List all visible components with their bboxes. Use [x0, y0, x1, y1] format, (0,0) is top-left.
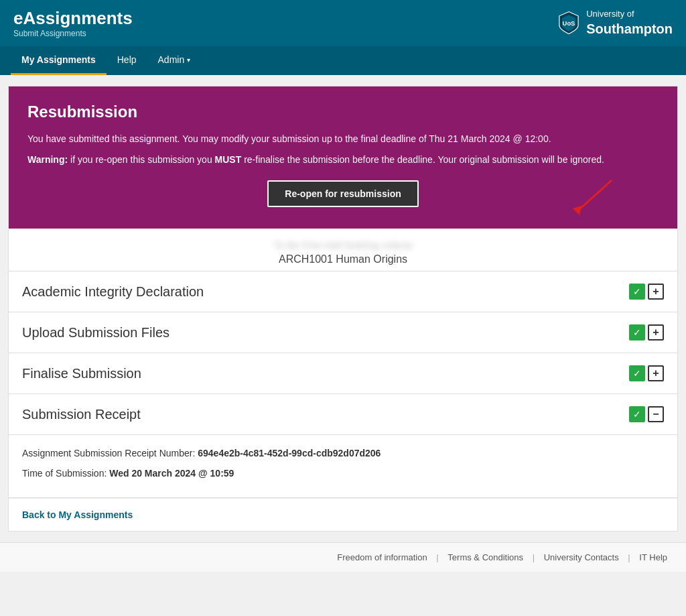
check-icon-upload-files: ✓: [629, 324, 645, 341]
back-to-assignments-link[interactable]: Back to My Assignments: [22, 509, 133, 520]
reopen-button-wrap: Re-open for resubmission: [27, 180, 659, 207]
reopen-resubmission-button[interactable]: Re-open for resubmission: [267, 180, 418, 207]
section-submission-receipt[interactable]: Submission Receipt ✓ −: [9, 394, 677, 435]
nav-help[interactable]: Help: [107, 46, 147, 75]
header-branding: eAssignments Submit Assignments: [13, 8, 133, 38]
expand-icon-academic-integrity[interactable]: +: [648, 284, 664, 300]
section-label-academic-integrity: Academic Integrity Declaration: [22, 284, 204, 300]
section-label-upload-files: Upload Submission Files: [22, 325, 169, 341]
nav-my-assignments[interactable]: My Assignments: [11, 46, 107, 75]
resubmission-warning-text: Warning: if you re-open this submission …: [27, 153, 659, 167]
footer-sep-2: |: [533, 552, 535, 562]
nav-admin[interactable]: Admin ▾: [147, 46, 202, 75]
section-upload-files[interactable]: Upload Submission Files ✓ +: [9, 312, 677, 353]
resubmission-info-text: You have submitted this assignment. You …: [27, 132, 659, 146]
footer-sep-3: |: [628, 552, 630, 562]
section-finalise-submission[interactable]: Finalise Submission ✓ +: [9, 353, 677, 394]
warning-text-after: re-finalise the submission before the de…: [244, 154, 604, 165]
section-icons-academic-integrity: ✓ +: [629, 284, 664, 300]
receipt-number-line: Assignment Submission Receipt Number: 69…: [22, 446, 664, 460]
svg-line-1: [578, 180, 612, 210]
assignment-info: To Be Fine Add Nothing criteria ARCH1001…: [9, 229, 677, 271]
footer-freedom-of-information[interactable]: Freedom of information: [337, 552, 427, 562]
footer-university-contacts[interactable]: University Contacts: [544, 552, 619, 562]
receipt-number-label: Assignment Submission Receipt Number:: [22, 448, 195, 458]
receipt-number-value: 694e4e2b-4c81-452d-99cd-cdb92d07d206: [198, 448, 381, 458]
footer-it-help[interactable]: IT Help: [639, 552, 667, 562]
warning-label: Warning:: [27, 154, 68, 165]
site-header: eAssignments Submit Assignments UoS Univ…: [0, 0, 686, 46]
blurred-assignment-text: To Be Fine Add Nothing criteria: [22, 239, 664, 251]
back-link-wrap: Back to My Assignments: [9, 498, 677, 531]
receipt-time-line: Time of Submission: Wed 20 March 2024 @ …: [22, 466, 664, 481]
footer-terms-conditions[interactable]: Terms & Conditions: [448, 552, 523, 562]
section-label-finalise: Finalise Submission: [22, 366, 141, 381]
warning-text-before: if you re-open this submission you: [70, 154, 215, 165]
receipt-time-label: Time of Submission:: [22, 468, 107, 479]
main-content: Resubmission You have submitted this ass…: [8, 86, 678, 532]
section-icons-finalise: ✓ +: [629, 365, 664, 381]
expand-icon-upload-files[interactable]: +: [648, 324, 664, 341]
collapse-icon-receipt[interactable]: −: [648, 406, 664, 422]
footer-sep-1: |: [436, 552, 438, 562]
page-footer: Freedom of information | Terms & Conditi…: [0, 542, 686, 572]
arrow-annotation: [538, 174, 618, 221]
logo-text: University of Southampton: [586, 9, 673, 38]
resubmission-banner: Resubmission You have submitted this ass…: [9, 86, 677, 229]
check-icon-academic-integrity: ✓: [629, 284, 645, 300]
check-icon-finalise: ✓: [629, 365, 645, 381]
warning-must: MUST: [215, 154, 242, 165]
section-academic-integrity[interactable]: Academic Integrity Declaration ✓ +: [9, 271, 677, 312]
shield-icon: UoS: [557, 11, 581, 35]
svg-marker-2: [573, 206, 581, 215]
assignment-name: ARCH1001 Human Origins: [22, 253, 664, 265]
svg-text:UoS: UoS: [563, 19, 575, 27]
university-logo: UoS University of Southampton: [557, 9, 673, 38]
section-icons-receipt: ✓ −: [629, 406, 664, 422]
chevron-down-icon: ▾: [187, 56, 190, 64]
check-icon-receipt: ✓: [629, 406, 645, 422]
site-title: eAssignments: [13, 8, 133, 29]
nav-admin-dropdown: Admin ▾: [158, 54, 191, 65]
site-subtitle: Submit Assignments: [13, 29, 133, 38]
section-icons-upload-files: ✓ +: [629, 324, 664, 341]
expand-icon-finalise[interactable]: +: [648, 365, 664, 381]
main-nav: My Assignments Help Admin ▾: [0, 46, 686, 75]
receipt-content: Assignment Submission Receipt Number: 69…: [9, 435, 677, 498]
resubmission-title: Resubmission: [27, 103, 659, 121]
receipt-time-value: Wed 20 March 2024 @ 10:59: [109, 468, 234, 479]
section-label-receipt: Submission Receipt: [22, 407, 141, 422]
